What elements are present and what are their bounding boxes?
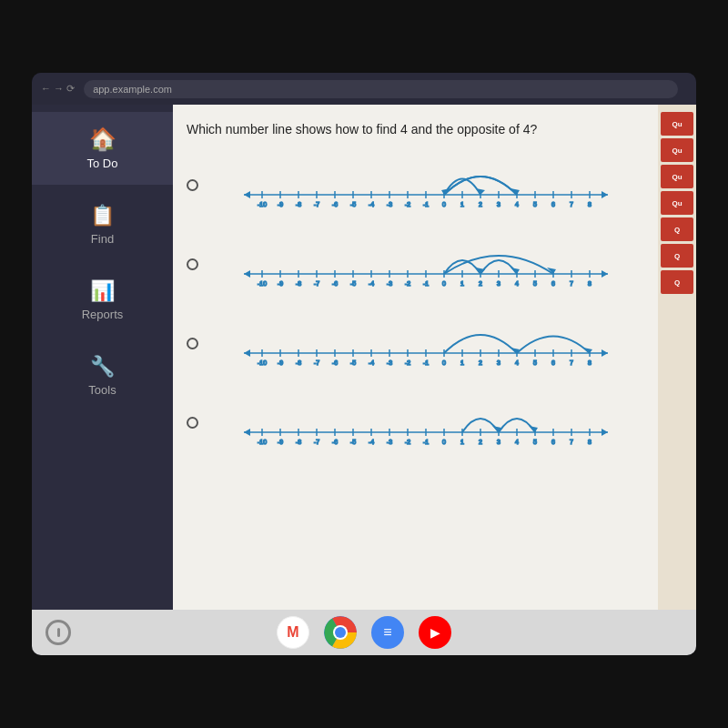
right-panel-item-6[interactable]: Q xyxy=(661,244,693,268)
svg-text:4: 4 xyxy=(515,201,519,207)
svg-text:4: 4 xyxy=(515,359,519,366)
right-panel-item-3[interactable]: Qu xyxy=(661,165,693,188)
find-icon: 📋 xyxy=(90,204,115,228)
svg-text:2: 2 xyxy=(479,359,482,366)
svg-text:1: 1 xyxy=(460,280,464,287)
svg-marker-89 xyxy=(602,349,608,357)
svg-text:3: 3 xyxy=(497,359,500,366)
right-panel-item-1[interactable]: Qu xyxy=(661,112,693,136)
radio-b[interactable] xyxy=(187,258,198,270)
svg-text:6: 6 xyxy=(551,439,555,445)
svg-marker-1 xyxy=(602,191,608,198)
svg-text:-5: -5 xyxy=(350,359,356,366)
docs-icon[interactable]: ≡ xyxy=(371,616,404,649)
sidebar-item-find[interactable]: 📋 Find xyxy=(32,189,173,260)
svg-marker-173 xyxy=(529,426,538,432)
reports-icon: 📊 xyxy=(90,279,115,303)
svg-text:-9: -9 xyxy=(278,359,283,366)
svg-text:4: 4 xyxy=(515,439,519,445)
option-c-row: -10 -9 -8 -7 -6 -5 -4 -3 -2 -1 0 xyxy=(187,312,644,375)
radio-c[interactable] xyxy=(187,338,198,349)
svg-text:-6: -6 xyxy=(332,359,338,366)
svg-text:-5: -5 xyxy=(350,201,356,207)
svg-text:-7: -7 xyxy=(314,359,319,366)
svg-text:2: 2 xyxy=(479,439,482,445)
svg-text:-2: -2 xyxy=(405,201,410,207)
svg-text:5: 5 xyxy=(533,439,537,445)
svg-text:-3: -3 xyxy=(387,201,392,207)
svg-marker-41 xyxy=(476,188,485,195)
svg-text:0: 0 xyxy=(442,201,446,207)
svg-marker-46 xyxy=(244,270,250,278)
power-button[interactable] xyxy=(46,620,71,645)
svg-text:-8: -8 xyxy=(296,201,301,207)
svg-text:-2: -2 xyxy=(405,359,410,366)
right-panel-item-4[interactable]: Qu xyxy=(661,191,693,215)
sidebar-item-reports[interactable]: 📊 Reports xyxy=(32,265,173,336)
svg-text:-6: -6 xyxy=(332,280,338,287)
svg-text:-5: -5 xyxy=(350,439,356,445)
svg-marker-90 xyxy=(244,349,250,357)
svg-text:7: 7 xyxy=(570,439,573,445)
number-line-c: -10 -9 -8 -7 -6 -5 -4 -3 -2 -1 0 xyxy=(207,312,644,375)
radio-d[interactable] xyxy=(187,417,198,429)
svg-text:7: 7 xyxy=(570,201,573,207)
svg-text:1: 1 xyxy=(460,359,464,366)
svg-text:8: 8 xyxy=(588,359,592,366)
option-d-row: -10 -9 -8 -7 -6 -5 -4 -3 -2 -1 0 xyxy=(187,391,644,454)
number-line-a: -10 -9 -8 -7 -6 -5 -4 -3 -2 -1 0 xyxy=(207,154,644,217)
svg-point-176 xyxy=(335,627,346,638)
sidebar: 🏠 To Do 📋 Find 📊 Reports 🔧 Tools xyxy=(32,105,173,610)
svg-text:-3: -3 xyxy=(387,359,392,366)
svg-text:-1: -1 xyxy=(423,280,429,287)
svg-text:6: 6 xyxy=(551,280,555,287)
svg-text:5: 5 xyxy=(533,201,537,207)
svg-text:-2: -2 xyxy=(405,439,410,445)
svg-text:5: 5 xyxy=(533,280,537,287)
svg-text:-9: -9 xyxy=(278,280,283,287)
svg-marker-132 xyxy=(602,429,608,436)
svg-text:6: 6 xyxy=(551,359,555,366)
svg-text:2: 2 xyxy=(479,280,482,287)
svg-marker-2 xyxy=(244,191,250,198)
svg-text:-4: -4 xyxy=(369,280,374,287)
sidebar-label-find: Find xyxy=(91,232,114,246)
sidebar-item-tools[interactable]: 🔧 Tools xyxy=(32,340,173,411)
svg-text:8: 8 xyxy=(588,201,592,207)
youtube-icon[interactable]: ▶ xyxy=(419,616,451,649)
svg-text:-2: -2 xyxy=(405,280,410,287)
chrome-icon[interactable] xyxy=(324,616,357,649)
svg-text:8: 8 xyxy=(588,280,592,287)
radio-a[interactable] xyxy=(187,179,198,191)
gmail-icon[interactable]: M xyxy=(277,616,309,649)
svg-text:7: 7 xyxy=(570,359,573,366)
svg-text:-1: -1 xyxy=(423,439,429,445)
svg-text:-9: -9 xyxy=(278,439,283,445)
svg-text:-7: -7 xyxy=(314,439,319,445)
number-line-d: -10 -9 -8 -7 -6 -5 -4 -3 -2 -1 0 xyxy=(207,391,644,454)
right-panel-item-7[interactable]: Q xyxy=(661,270,693,294)
right-panel-item-2[interactable]: Qu xyxy=(661,138,693,162)
svg-text:-8: -8 xyxy=(296,280,301,287)
number-line-b: -10 -9 -8 -7 -6 -5 -4 -3 -2 -1 0 xyxy=(207,233,644,296)
svg-text:0: 0 xyxy=(442,359,446,366)
sidebar-label-tools: Tools xyxy=(88,383,116,397)
svg-text:-6: -6 xyxy=(332,201,338,207)
right-panel-item-5[interactable]: Q xyxy=(661,217,693,241)
svg-text:3: 3 xyxy=(497,280,500,287)
svg-text:-1: -1 xyxy=(423,359,429,366)
question-text: Which number line shows how to find 4 an… xyxy=(187,121,644,139)
svg-text:1: 1 xyxy=(460,201,464,207)
svg-text:-3: -3 xyxy=(387,280,392,287)
sidebar-label-reports: Reports xyxy=(82,308,124,321)
svg-text:0: 0 xyxy=(442,280,446,287)
home-icon: 🏠 xyxy=(89,126,116,152)
option-b-row: -10 -9 -8 -7 -6 -5 -4 -3 -2 -1 0 xyxy=(187,233,644,296)
sidebar-item-todo[interactable]: 🏠 To Do xyxy=(32,112,173,185)
svg-text:-4: -4 xyxy=(369,439,374,445)
svg-text:3: 3 xyxy=(497,201,500,207)
svg-text:2: 2 xyxy=(479,201,482,207)
svg-text:5: 5 xyxy=(533,359,537,366)
svg-text:-9: -9 xyxy=(278,201,283,207)
svg-text:-10: -10 xyxy=(258,439,267,445)
